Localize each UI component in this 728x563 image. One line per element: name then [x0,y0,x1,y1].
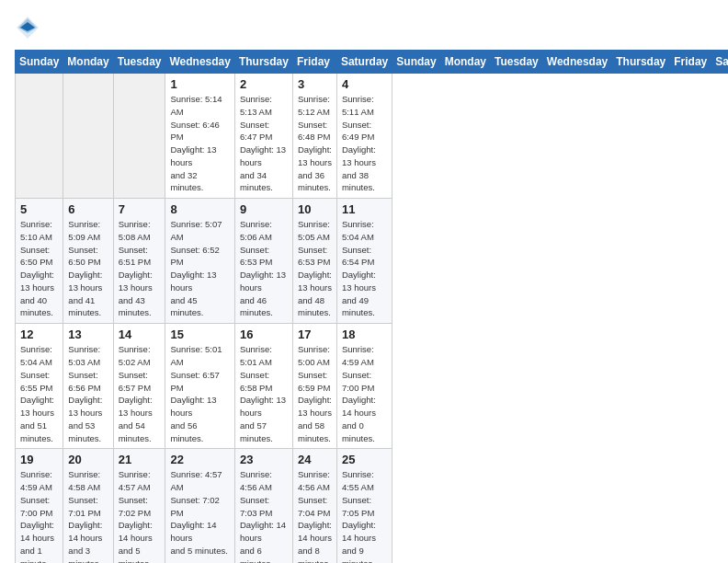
calendar-cell: 9Sunrise: 5:06 AM Sunset: 6:53 PM Daylig… [234,199,292,324]
day-info: Sunrise: 4:58 AM Sunset: 7:01 PM Dayligh… [68,468,108,563]
calendar-cell: 5Sunrise: 5:10 AM Sunset: 6:50 PM Daylig… [16,199,63,324]
day-info: Sunrise: 5:14 AM Sunset: 6:46 PM Dayligh… [170,93,229,194]
day-info: Sunrise: 5:05 AM Sunset: 6:53 PM Dayligh… [298,218,332,319]
col-header-tuesday: Tuesday [490,51,542,74]
day-info: Sunrise: 5:04 AM Sunset: 6:55 PM Dayligh… [20,343,58,444]
day-number: 12 [20,327,58,341]
day-info: Sunrise: 5:01 AM Sunset: 6:58 PM Dayligh… [240,343,288,444]
day-number: 23 [240,453,288,466]
calendar-cell: 21Sunrise: 4:57 AM Sunset: 7:02 PM Dayli… [113,449,165,563]
day-info: Sunrise: 5:07 AM Sunset: 6:52 PM Dayligh… [170,218,229,319]
week-row-2: 5Sunrise: 5:10 AM Sunset: 6:50 PM Daylig… [16,199,729,324]
day-number: 13 [68,327,108,341]
day-number: 14 [119,327,161,341]
day-number: 7 [119,202,161,216]
day-number: 6 [68,202,108,216]
calendar-cell [113,74,165,199]
day-info: Sunrise: 4:57 AM Sunset: 7:02 PM Dayligh… [119,468,161,563]
calendar-cell: 19Sunrise: 4:59 AM Sunset: 7:00 PM Dayli… [16,449,63,563]
calendar-cell: 20Sunrise: 4:58 AM Sunset: 7:01 PM Dayli… [63,449,113,563]
day-number: 22 [170,453,229,466]
day-number: 5 [20,202,58,216]
calendar-cell: 12Sunrise: 5:04 AM Sunset: 6:55 PM Dayli… [16,324,63,449]
day-info: Sunrise: 5:10 AM Sunset: 6:50 PM Dayligh… [20,218,58,319]
calendar-cell: 6Sunrise: 5:09 AM Sunset: 6:50 PM Daylig… [63,199,113,324]
header-row: SundayMondayTuesdayWednesdayThursdayFrid… [16,51,729,74]
day-number: 9 [240,202,288,216]
logo [15,15,44,40]
day-info: Sunrise: 5:04 AM Sunset: 6:54 PM Dayligh… [342,218,387,319]
week-row-1: 1Sunrise: 5:14 AM Sunset: 6:46 PM Daylig… [16,74,729,199]
day-info: Sunrise: 4:56 AM Sunset: 7:04 PM Dayligh… [298,468,332,563]
calendar-cell: 23Sunrise: 4:56 AM Sunset: 7:03 PM Dayli… [234,449,292,563]
day-number: 15 [170,327,229,341]
calendar-cell: 15Sunrise: 5:01 AM Sunset: 6:57 PM Dayli… [165,324,234,449]
col-header-monday: Monday [440,51,490,74]
day-info: Sunrise: 5:13 AM Sunset: 6:47 PM Dayligh… [240,93,288,194]
col-header-thursday: Thursday [612,51,670,74]
header-wednesday: Wednesday [165,51,234,74]
day-info: Sunrise: 5:03 AM Sunset: 6:56 PM Dayligh… [68,343,108,444]
calendar-cell: 14Sunrise: 5:02 AM Sunset: 6:57 PM Dayli… [113,324,165,449]
day-number: 2 [240,77,288,91]
logo-icon [15,15,40,40]
day-info: Sunrise: 5:09 AM Sunset: 6:50 PM Dayligh… [68,218,108,319]
day-info: Sunrise: 4:59 AM Sunset: 7:00 PM Dayligh… [342,343,387,444]
day-number: 3 [298,77,332,91]
header-sunday: Sunday [16,51,63,74]
calendar-cell: 22Sunrise: 4:57 AM Sunset: 7:02 PM Dayli… [165,449,234,563]
header-tuesday: Tuesday [113,51,165,74]
day-number: 4 [342,77,387,91]
calendar-cell: 11Sunrise: 5:04 AM Sunset: 6:54 PM Dayli… [336,199,392,324]
calendar-cell: 16Sunrise: 5:01 AM Sunset: 6:58 PM Dayli… [234,324,292,449]
header-saturday: Saturday [336,51,392,74]
day-info: Sunrise: 4:59 AM Sunset: 7:00 PM Dayligh… [20,468,58,563]
calendar-table: SundayMondayTuesdayWednesdayThursdayFrid… [15,50,728,563]
day-info: Sunrise: 5:00 AM Sunset: 6:59 PM Dayligh… [298,343,332,444]
calendar-cell: 10Sunrise: 5:05 AM Sunset: 6:53 PM Dayli… [292,199,336,324]
day-number: 19 [20,453,58,466]
day-info: Sunrise: 5:01 AM Sunset: 6:57 PM Dayligh… [170,343,229,444]
day-info: Sunrise: 4:56 AM Sunset: 7:03 PM Dayligh… [240,468,288,563]
day-number: 10 [298,202,332,216]
day-number: 8 [170,202,229,216]
day-info: Sunrise: 5:02 AM Sunset: 6:57 PM Dayligh… [119,343,161,444]
day-info: Sunrise: 5:12 AM Sunset: 6:48 PM Dayligh… [298,93,332,194]
header-friday: Friday [292,51,336,74]
day-number: 1 [170,77,229,91]
day-number: 20 [68,453,108,466]
calendar-cell: 2Sunrise: 5:13 AM Sunset: 6:47 PM Daylig… [234,74,292,199]
week-row-3: 12Sunrise: 5:04 AM Sunset: 6:55 PM Dayli… [16,324,729,449]
page-header [15,15,713,40]
calendar-cell: 18Sunrise: 4:59 AM Sunset: 7:00 PM Dayli… [336,324,392,449]
calendar-cell [16,74,63,199]
day-number: 25 [342,453,387,466]
header-monday: Monday [63,51,113,74]
col-header-sunday: Sunday [392,51,440,74]
day-number: 18 [342,327,387,341]
col-header-saturday: Saturday [711,51,728,74]
day-number: 11 [342,202,387,216]
week-row-4: 19Sunrise: 4:59 AM Sunset: 7:00 PM Dayli… [16,449,729,563]
day-info: Sunrise: 4:55 AM Sunset: 7:05 PM Dayligh… [342,468,387,563]
col-header-wednesday: Wednesday [542,51,611,74]
day-number: 17 [298,327,332,341]
day-number: 21 [119,453,161,466]
calendar-cell: 1Sunrise: 5:14 AM Sunset: 6:46 PM Daylig… [165,74,234,199]
calendar-cell: 3Sunrise: 5:12 AM Sunset: 6:48 PM Daylig… [292,74,336,199]
calendar-cell: 8Sunrise: 5:07 AM Sunset: 6:52 PM Daylig… [165,199,234,324]
calendar-cell [63,74,113,199]
col-header-friday: Friday [670,51,711,74]
calendar-cell: 25Sunrise: 4:55 AM Sunset: 7:05 PM Dayli… [336,449,392,563]
calendar-cell: 7Sunrise: 5:08 AM Sunset: 6:51 PM Daylig… [113,199,165,324]
header-thursday: Thursday [234,51,292,74]
day-number: 16 [240,327,288,341]
day-info: Sunrise: 4:57 AM Sunset: 7:02 PM Dayligh… [170,468,229,557]
calendar-cell: 4Sunrise: 5:11 AM Sunset: 6:49 PM Daylig… [336,74,392,199]
day-info: Sunrise: 5:08 AM Sunset: 6:51 PM Dayligh… [119,218,161,319]
calendar-cell: 24Sunrise: 4:56 AM Sunset: 7:04 PM Dayli… [292,449,336,563]
day-info: Sunrise: 5:06 AM Sunset: 6:53 PM Dayligh… [240,218,288,319]
day-number: 24 [298,453,332,466]
calendar-cell: 13Sunrise: 5:03 AM Sunset: 6:56 PM Dayli… [63,324,113,449]
day-info: Sunrise: 5:11 AM Sunset: 6:49 PM Dayligh… [342,93,387,194]
